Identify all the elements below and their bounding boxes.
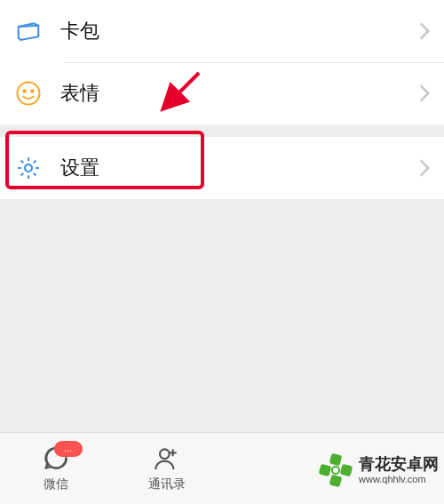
tab-chat[interactable]: … 微信 — [0, 433, 111, 504]
contacts-icon — [153, 444, 181, 473]
chat-icon: … — [42, 444, 70, 473]
svg-point-0 — [18, 83, 40, 105]
smile-icon — [14, 79, 43, 108]
menu-item-card[interactable]: 卡包 — [0, 0, 444, 62]
tab-bar: … 微信 通讯录 — [0, 432, 444, 504]
menu-group-2: 设置 — [0, 137, 444, 199]
chevron-right-icon — [419, 84, 430, 102]
tab-label: 通讯录 — [148, 476, 186, 492]
tab-placeholder — [222, 433, 333, 504]
menu-label: 设置 — [60, 155, 419, 181]
svg-point-5 — [160, 449, 170, 459]
gear-icon — [14, 154, 43, 182]
chevron-right-icon — [419, 159, 430, 177]
card-icon — [14, 17, 43, 45]
svg-point-2 — [31, 90, 34, 92]
chevron-right-icon — [419, 22, 430, 40]
tab-contacts[interactable]: 通讯录 — [111, 433, 222, 504]
menu-item-settings[interactable]: 设置 — [0, 137, 444, 199]
tab-placeholder — [333, 433, 444, 504]
menu-label: 表情 — [60, 80, 419, 107]
badge: … — [54, 441, 83, 457]
menu-label: 卡包 — [60, 18, 419, 44]
svg-point-3 — [25, 164, 32, 172]
svg-point-1 — [23, 90, 26, 92]
menu-group-1: 卡包 表情 — [0, 0, 444, 124]
tab-label: 微信 — [44, 476, 68, 492]
menu-item-sticker[interactable]: 表情 — [0, 62, 444, 124]
